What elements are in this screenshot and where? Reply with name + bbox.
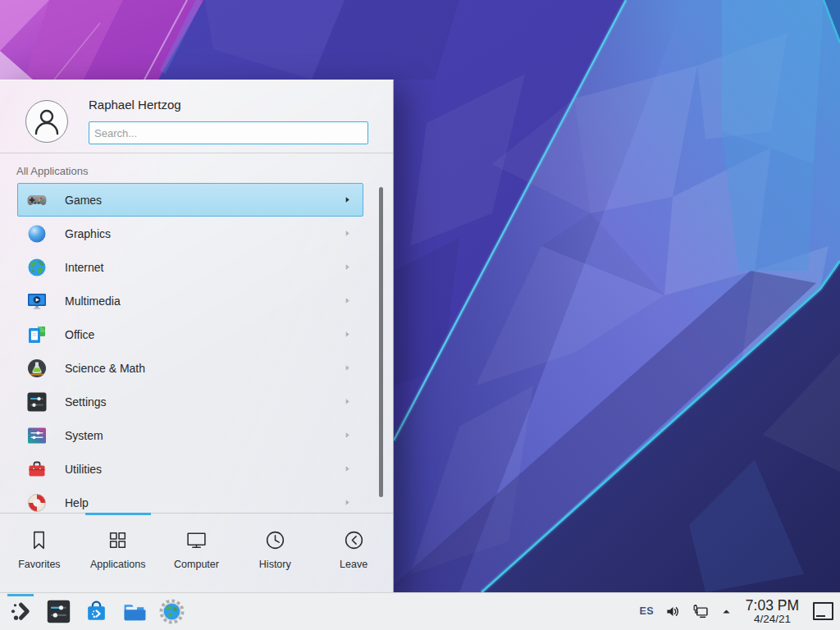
category-internet[interactable]: Internet xyxy=(17,250,363,284)
scrollbar[interactable] xyxy=(379,187,383,497)
category-utilities[interactable]: Utilities xyxy=(17,452,363,486)
tab-label: History xyxy=(259,559,291,570)
chevron-right-icon xyxy=(344,297,351,304)
folder-icon xyxy=(121,599,147,624)
category-label: Science & Math xyxy=(65,362,145,375)
category-games[interactable]: Games xyxy=(17,183,363,217)
category-graphics[interactable]: Graphics xyxy=(17,217,363,250)
chevron-right-icon xyxy=(344,230,351,237)
tab-label: Applications xyxy=(90,559,145,570)
chevron-right-icon xyxy=(344,465,351,472)
toolbox-icon xyxy=(26,459,48,480)
category-science-math[interactable]: Science & Math xyxy=(17,351,363,385)
category-settings[interactable]: Settings xyxy=(17,385,363,418)
application-launcher-menu: Raphael Hertzog All Applications xyxy=(0,80,394,592)
category-office[interactable]: Office xyxy=(17,317,363,351)
user-icon xyxy=(29,103,65,139)
tab-label: Leave xyxy=(340,559,368,570)
keyboard-layout-indicator[interactable]: ES xyxy=(640,605,654,617)
category-label: Multimedia xyxy=(65,294,121,308)
settings-icon xyxy=(26,391,48,413)
category-help[interactable]: Help xyxy=(17,486,363,514)
clock-time: 7:03 PM xyxy=(746,598,799,613)
discover-bag-icon xyxy=(84,599,109,624)
chevron-right-icon xyxy=(344,364,351,372)
globe-gear-icon xyxy=(159,599,185,624)
category-label: Office xyxy=(65,328,94,341)
digital-clock[interactable]: 7:03 PM 4/24/21 xyxy=(746,598,799,625)
chevron-right-icon xyxy=(344,398,351,405)
system-icon xyxy=(26,425,48,446)
science-icon xyxy=(26,358,48,379)
globe-icon xyxy=(26,257,48,278)
category-system[interactable]: System xyxy=(17,418,363,452)
desktop: Raphael Hertzog All Applications xyxy=(0,0,840,630)
taskbar: ES xyxy=(0,592,840,630)
search-input[interactable] xyxy=(89,121,368,144)
tab-leave[interactable]: Leave xyxy=(314,514,393,592)
category-label: Graphics xyxy=(65,227,111,240)
category-label: Games xyxy=(65,194,102,207)
system-settings-button[interactable] xyxy=(39,593,77,630)
category-list: Games Graphics xyxy=(0,183,393,514)
discover-button[interactable] xyxy=(77,593,115,630)
category-label: System xyxy=(65,429,103,442)
category-label: Utilities xyxy=(65,463,102,476)
chevron-right-icon xyxy=(344,196,351,203)
web-browser-button[interactable] xyxy=(153,593,190,630)
tab-label: Favorites xyxy=(18,559,60,570)
computer-icon xyxy=(185,529,208,551)
chevron-right-icon xyxy=(344,431,351,439)
category-label: Settings xyxy=(65,395,107,409)
system-settings-icon xyxy=(46,599,71,624)
user-avatar[interactable] xyxy=(25,100,68,143)
leave-icon xyxy=(343,529,365,551)
expand-tray-icon[interactable] xyxy=(721,606,732,617)
lifebuoy-icon xyxy=(26,492,48,514)
wired-network-icon[interactable] xyxy=(692,603,710,620)
tab-favorites[interactable]: Favorites xyxy=(0,514,79,592)
system-tray: ES xyxy=(640,598,833,625)
clock-date: 4/24/21 xyxy=(754,614,791,625)
tab-label: Computer xyxy=(174,559,219,570)
launcher-header: Raphael Hertzog xyxy=(0,80,393,153)
kickoff-icon xyxy=(8,599,34,624)
tab-applications[interactable]: Applications xyxy=(79,514,158,592)
user-name: Raphael Hertzog xyxy=(89,98,181,112)
volume-icon[interactable] xyxy=(665,604,681,619)
tab-computer[interactable]: Computer xyxy=(158,514,236,592)
chevron-right-icon xyxy=(344,263,351,271)
history-clock-icon xyxy=(264,529,286,551)
section-label: All Applications xyxy=(16,165,88,177)
tab-history[interactable]: History xyxy=(235,514,314,592)
file-manager-button[interactable] xyxy=(115,593,153,630)
sphere-icon xyxy=(26,223,48,244)
chevron-right-icon xyxy=(344,499,351,506)
show-desktop-button[interactable] xyxy=(813,602,833,620)
app-grid-icon xyxy=(107,529,129,551)
office-icon xyxy=(26,324,48,345)
multimedia-icon xyxy=(26,290,48,312)
bookmark-icon xyxy=(28,529,50,551)
gamepad-icon xyxy=(26,189,48,211)
application-launcher-button[interactable] xyxy=(2,593,39,630)
launcher-tab-bar: Favorites Applications Computer xyxy=(0,513,393,592)
chevron-right-icon xyxy=(344,331,351,338)
category-label: Help xyxy=(65,496,89,509)
category-label: Internet xyxy=(65,261,103,274)
category-multimedia[interactable]: Multimedia xyxy=(17,284,363,317)
